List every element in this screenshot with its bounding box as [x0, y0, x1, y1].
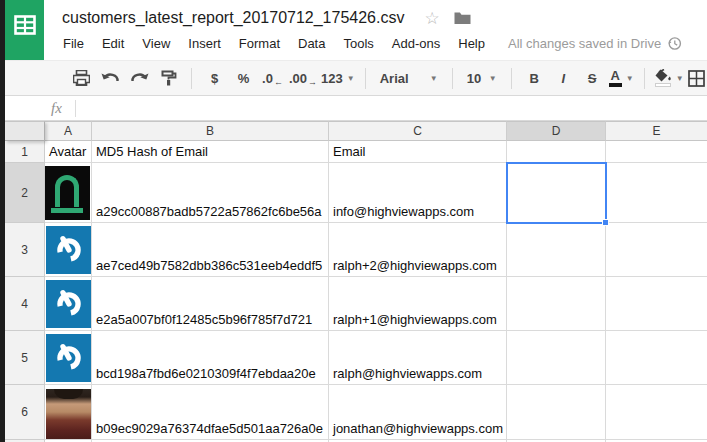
- row-header-5[interactable]: 5: [5, 331, 45, 385]
- cell-C3[interactable]: ralph+2@highviewapps.com: [329, 223, 507, 277]
- formula-input[interactable]: [76, 98, 707, 118]
- format-percent-button[interactable]: %: [231, 65, 256, 91]
- column-header-B[interactable]: B: [92, 121, 329, 141]
- text-color-swatch: [609, 83, 622, 87]
- cell-C1[interactable]: Email: [329, 141, 507, 163]
- cell-E1[interactable]: [606, 141, 707, 163]
- text-color-button[interactable]: A ▼: [609, 65, 634, 91]
- cell-D1[interactable]: [507, 141, 606, 163]
- italic-button[interactable]: I: [551, 65, 576, 91]
- sheet-row-2: 2 a29cc00887badb5722a57862fc6be56a info@…: [5, 163, 707, 223]
- cell-B2[interactable]: a29cc00887badb5722a57862fc6be56a: [92, 163, 329, 223]
- cell-A5[interactable]: [45, 331, 92, 385]
- cell-B3[interactable]: ae7ced49b7582dbb386c531eeb4eddf5: [92, 223, 329, 277]
- cell-D6[interactable]: [507, 385, 606, 440]
- fill-color-swatch: [655, 83, 671, 87]
- sheets-grid-icon: [14, 15, 36, 39]
- cell-D3[interactable]: [507, 223, 606, 277]
- menu-bar: File Edit View Insert Format Data Tools …: [54, 32, 682, 54]
- cell-A6[interactable]: [45, 385, 92, 440]
- chevron-down-icon: ▼: [626, 74, 634, 83]
- fill-color-button[interactable]: ▼: [655, 65, 684, 91]
- sheet-row-3: 3 ae7ced49b7582dbb386c531eeb4eddf5 ralph…: [5, 223, 707, 277]
- save-status[interactable]: All changes saved in Drive: [508, 36, 682, 51]
- cell-D5[interactable]: [507, 331, 606, 385]
- left-arrow-icon: ←: [274, 77, 283, 87]
- star-icon[interactable]: ☆: [424, 8, 439, 29]
- cell-D4[interactable]: [507, 277, 606, 331]
- increase-decimal-button[interactable]: .00→: [289, 65, 317, 91]
- header: customers_latest_report_20170712_175426.…: [44, 0, 707, 60]
- bold-button[interactable]: B: [522, 65, 547, 91]
- cell-E5[interactable]: [606, 331, 707, 385]
- print-button[interactable]: [69, 65, 94, 91]
- font-size-value: 10: [467, 71, 481, 86]
- increase-decimal-label: .00: [289, 71, 307, 86]
- right-arrow-icon: →: [308, 77, 317, 87]
- cell-C6[interactable]: jonathan@highviewapps.com: [329, 385, 507, 440]
- more-formats-button[interactable]: 123▼: [321, 65, 355, 91]
- cell-C5[interactable]: ralph@highviewapps.com: [329, 331, 507, 385]
- avatar-gravatar-icon: [46, 334, 91, 382]
- borders-button[interactable]: ▼: [688, 65, 707, 91]
- row-header-2[interactable]: 2: [5, 163, 45, 223]
- menu-view[interactable]: View: [133, 34, 179, 53]
- menu-help[interactable]: Help: [449, 34, 494, 53]
- paint-bucket-icon: [655, 69, 672, 82]
- avatar-photo-hair: [54, 389, 83, 399]
- redo-button[interactable]: [127, 65, 152, 91]
- decrease-decimal-button[interactable]: .0←: [260, 65, 285, 91]
- chevron-down-icon: ▼: [347, 74, 355, 83]
- strikethrough-button[interactable]: S: [580, 65, 605, 91]
- google-sheets-logo[interactable]: [5, 0, 44, 60]
- document-title[interactable]: customers_latest_report_20170712_175426.…: [62, 9, 404, 27]
- menu-format[interactable]: Format: [230, 34, 289, 53]
- sheet-row-1: 1 Avatar MD5 Hash of Email Email: [5, 141, 707, 163]
- cell-A3[interactable]: [45, 223, 92, 277]
- menu-addons[interactable]: Add-ons: [383, 34, 449, 53]
- cell-A1[interactable]: Avatar: [45, 141, 92, 163]
- logo-base-bar: [51, 208, 83, 213]
- column-header-E[interactable]: E: [606, 121, 707, 141]
- column-header-A[interactable]: A: [45, 121, 92, 141]
- font-family-select[interactable]: Arial▼: [376, 65, 442, 91]
- menu-edit[interactable]: Edit: [93, 34, 133, 53]
- menu-tools[interactable]: Tools: [334, 34, 382, 53]
- font-size-select[interactable]: 10▼: [463, 65, 501, 91]
- font-family-value: Arial: [380, 71, 409, 86]
- avatar-gravatar-icon: [46, 226, 91, 274]
- undo-button[interactable]: [98, 65, 123, 91]
- select-all-corner[interactable]: [5, 121, 45, 141]
- formula-bar: fx: [5, 96, 707, 121]
- cell-E4[interactable]: [606, 277, 707, 331]
- cell-B6[interactable]: b09ec9029a76374dfae5d501aa726a0e: [92, 385, 329, 440]
- paint-format-button[interactable]: [156, 65, 181, 91]
- more-formats-label: 123: [321, 71, 343, 86]
- menu-data[interactable]: Data: [289, 34, 334, 53]
- cell-A4[interactable]: [45, 277, 92, 331]
- fill-handle[interactable]: [602, 219, 609, 226]
- cell-B1[interactable]: MD5 Hash of Email: [92, 141, 329, 163]
- cell-A2[interactable]: [45, 163, 92, 223]
- avatar-gravatar-icon: [46, 280, 91, 328]
- cell-C4[interactable]: ralph+1@highviewapps.com: [329, 277, 507, 331]
- row-header-6[interactable]: 6: [5, 385, 45, 440]
- cell-B5[interactable]: bcd198a7fbd6e0210309f4f7ebdaa20e: [92, 331, 329, 385]
- column-header-D[interactable]: D: [507, 121, 606, 141]
- cell-E2[interactable]: [606, 163, 707, 223]
- row-header-3[interactable]: 3: [5, 223, 45, 277]
- cell-C2[interactable]: info@highviewapps.com: [329, 163, 507, 223]
- cell-E6[interactable]: [606, 385, 707, 440]
- row-header-1[interactable]: 1: [5, 141, 45, 163]
- folder-icon[interactable]: [454, 11, 471, 25]
- sheet-row-6: 6 b09ec9029a76374dfae5d501aa726a0e jonat…: [5, 385, 707, 440]
- cell-E3[interactable]: [606, 223, 707, 277]
- cell-D2-selected[interactable]: [507, 163, 606, 223]
- menu-insert[interactable]: Insert: [179, 34, 230, 53]
- menu-file[interactable]: File: [54, 34, 93, 53]
- column-header-C[interactable]: C: [329, 121, 507, 141]
- cell-B4[interactable]: e2a5a007bf0f12485c5b96f785f7d721: [92, 277, 329, 331]
- format-currency-button[interactable]: $: [202, 65, 227, 91]
- row-header-4[interactable]: 4: [5, 277, 45, 331]
- sheet-row-5: 5 bcd198a7fbd6e0210309f4f7ebdaa20e ralph…: [5, 331, 707, 385]
